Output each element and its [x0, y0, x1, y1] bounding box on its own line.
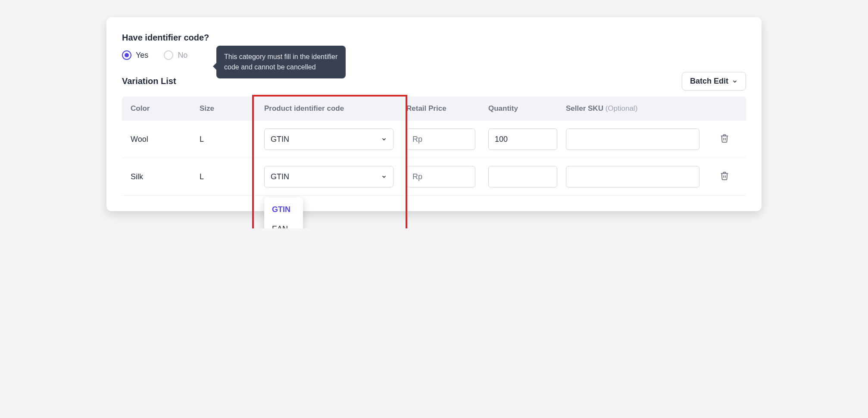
batch-edit-button[interactable]: Batch Edit [682, 72, 746, 90]
cell-size: L [200, 172, 264, 181]
header-retail-price: Retail Price [406, 104, 488, 113]
radio-icon [164, 50, 173, 60]
identifier-type-dropdown: GTIN EAN UPC ISBN [264, 197, 303, 228]
header-color: Color [131, 104, 200, 113]
chevron-down-icon [381, 174, 387, 180]
identifier-yes-label: Yes [136, 51, 148, 60]
header-size: Size [200, 104, 264, 113]
identifier-option-gtin[interactable]: GTIN [264, 200, 303, 219]
identifier-radio-group: Yes No [122, 50, 746, 60]
identifier-type-value: GTIN [271, 135, 289, 144]
trash-icon [720, 171, 729, 181]
seller-sku-input[interactable] [566, 166, 699, 187]
identifier-tooltip: This category must fill in the identifie… [216, 46, 346, 78]
header-product-identifier: Product identifier code [264, 104, 406, 113]
header-quantity: Quantity [488, 104, 566, 113]
trash-icon [720, 134, 729, 143]
header-seller-sku-text: Seller SKU [566, 104, 603, 112]
header-optional-text: (Optional) [606, 104, 638, 112]
cell-size: L [200, 135, 264, 144]
identifier-yes-radio[interactable]: Yes [122, 50, 148, 60]
table-header-row: Color Size Product identifier code Retai… [122, 97, 746, 121]
quantity-input[interactable] [488, 166, 557, 187]
seller-sku-input[interactable] [566, 128, 699, 150]
table-row: Wool L GTIN Rp [122, 121, 746, 158]
delete-row-button[interactable] [720, 134, 729, 145]
header-seller-sku: Seller SKU (Optional) [566, 104, 712, 113]
delete-row-button[interactable] [720, 171, 729, 182]
identifier-option-ean[interactable]: EAN [264, 219, 303, 228]
cell-color: Silk [131, 172, 200, 181]
identifier-no-label: No [178, 51, 187, 60]
batch-edit-label: Batch Edit [690, 77, 728, 86]
variation-table: Color Size Product identifier code Retai… [122, 97, 746, 196]
cell-color: Wool [131, 135, 200, 144]
quantity-input[interactable] [488, 128, 557, 150]
chevron-down-icon [732, 78, 738, 84]
identifier-type-select[interactable]: GTIN [264, 128, 393, 150]
table-row: Silk L GTIN Rp [122, 158, 746, 196]
identifier-type-select[interactable]: GTIN [264, 166, 393, 187]
variation-list-header-row: Variation List Batch Edit [122, 72, 746, 90]
radio-icon [122, 50, 131, 60]
chevron-down-icon [381, 136, 387, 142]
product-variation-card: Have identifier code? Yes No This catego… [106, 17, 762, 211]
identifier-no-radio[interactable]: No [164, 50, 187, 60]
currency-prefix: Rp [412, 172, 422, 181]
currency-prefix: Rp [412, 135, 422, 144]
identifier-question: Have identifier code? [122, 33, 746, 43]
variation-list-title: Variation List [122, 76, 176, 86]
identifier-type-value: GTIN [271, 172, 289, 181]
